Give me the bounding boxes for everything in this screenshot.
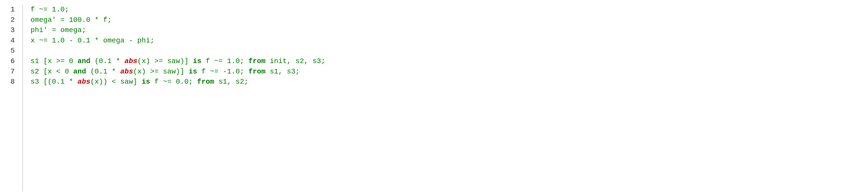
line-number-3: 3: [8, 25, 17, 36]
code-segment: x ~= 1.0 - 0.1 * omega - phi;: [31, 36, 154, 46]
code-segment: f ~= -1.0;: [197, 67, 248, 77]
code-segment: f ~= 1.0;: [31, 5, 69, 15]
code-segment: (x) >= saw)]: [137, 56, 193, 67]
line-number-6: 6: [8, 56, 17, 67]
code-segment: from: [197, 77, 214, 87]
code-segment: f ~= 0.0;: [150, 77, 197, 87]
code-segment: from: [248, 56, 266, 67]
line5: [31, 46, 860, 56]
code-container: 12345678 f ~= 1.0;omega' = 100.0 * f;phi…: [0, 0, 868, 196]
line1: f ~= 1.0;: [31, 5, 860, 15]
line2: omega' = 100.0 * f;: [31, 15, 860, 25]
line7: s2 [x < 0 and (0.1 * abs(x) >= saw)] is …: [31, 67, 860, 77]
line6: s1 [x >= 0 and (0.1 * abs(x) >= saw)] is…: [31, 56, 860, 67]
line-number-2: 2: [8, 15, 17, 25]
line-number-column: 12345678: [0, 5, 23, 191]
code-segment: s1 [x >= 0: [31, 56, 78, 67]
code-segment: and: [73, 67, 86, 77]
code-segment: (x) >= saw)]: [133, 67, 188, 77]
code-segment: s3 [(0.1 *: [31, 77, 78, 87]
code-segment: f ~= 1.0;: [202, 56, 248, 67]
code-segment: (x)) < saw]: [90, 77, 142, 87]
code-segment: abs: [78, 77, 90, 87]
line-number-1: 1: [8, 5, 17, 15]
code-segment: from: [248, 67, 266, 77]
code-lines-column: f ~= 1.0;omega' = 100.0 * f;phi' = omega…: [23, 5, 868, 191]
code-segment: is: [193, 56, 202, 67]
code-segment: (0.1 *: [86, 67, 120, 77]
code-segment: phi' = omega;: [31, 25, 86, 36]
code-segment: s1, s2;: [214, 77, 248, 87]
code-segment: s2 [x < 0: [31, 67, 73, 77]
line3: phi' = omega;: [31, 25, 860, 36]
line-number-7: 7: [8, 67, 17, 77]
line-number-4: 4: [8, 36, 17, 46]
line-number-5: 5: [8, 46, 17, 56]
code-segment: abs: [125, 56, 137, 67]
code-segment: and: [78, 56, 90, 67]
code-segment: init, s2, s3;: [266, 56, 325, 67]
code-segment: is: [189, 67, 197, 77]
code-segment: s1, s3;: [266, 67, 300, 77]
code-segment: is: [142, 77, 150, 87]
code-segment: omega' = 100.0 * f;: [31, 15, 112, 25]
line-number-8: 8: [8, 77, 17, 87]
line8: s3 [(0.1 * abs(x)) < saw] is f ~= 0.0; f…: [31, 77, 860, 87]
line4: x ~= 1.0 - 0.1 * omega - phi;: [31, 36, 860, 46]
code-segment: (0.1 *: [90, 56, 124, 67]
code-segment: abs: [120, 67, 133, 77]
